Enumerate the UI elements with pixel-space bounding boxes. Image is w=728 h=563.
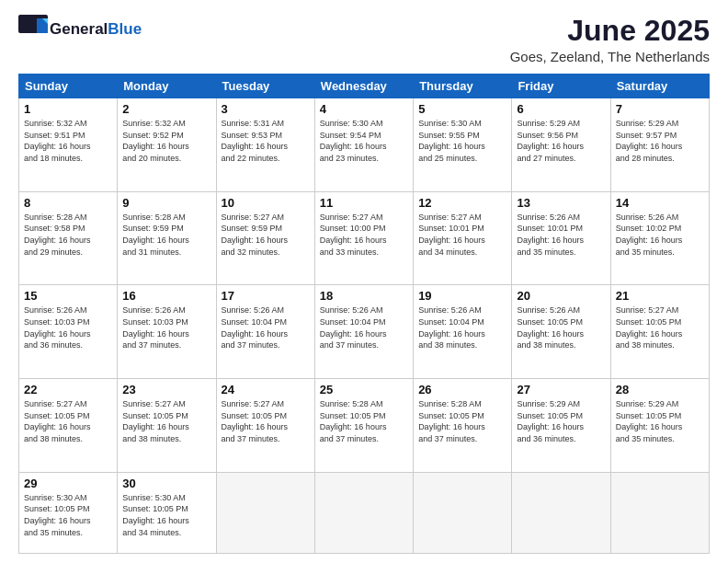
logo-general: General (50, 20, 108, 38)
table-row: 8Sunrise: 5:28 AMSunset: 9:58 PMDaylight… (19, 191, 118, 285)
title-block: June 2025 Goes, Zeeland, The Netherlands (510, 15, 710, 64)
table-row: 15Sunrise: 5:26 AMSunset: 10:03 PMDaylig… (19, 285, 118, 379)
table-row (414, 472, 512, 553)
col-friday: Friday (512, 75, 610, 98)
logo-blue: Blue (108, 20, 142, 38)
table-row: 11Sunrise: 5:27 AMSunset: 10:00 PMDaylig… (314, 191, 413, 285)
table-row (216, 472, 314, 553)
col-thursday: Thursday (414, 75, 512, 98)
table-row (512, 472, 610, 553)
table-row: 9Sunrise: 5:28 AMSunset: 9:59 PMDaylight… (118, 191, 216, 285)
month-title: June 2025 (510, 15, 710, 47)
table-row (314, 472, 413, 553)
location-title: Goes, Zeeland, The Netherlands (510, 49, 710, 64)
table-row: 22Sunrise: 5:27 AMSunset: 10:05 PMDaylig… (19, 379, 118, 473)
table-row: 19Sunrise: 5:26 AMSunset: 10:04 PMDaylig… (414, 285, 512, 379)
col-monday: Monday (118, 75, 216, 98)
table-row: 3Sunrise: 5:31 AMSunset: 9:53 PMDaylight… (216, 98, 314, 192)
table-row: 20Sunrise: 5:26 AMSunset: 10:05 PMDaylig… (512, 285, 610, 379)
logo: GeneralBlue (18, 15, 142, 44)
table-row: 7Sunrise: 5:29 AMSunset: 9:57 PMDaylight… (610, 98, 709, 192)
table-row: 14Sunrise: 5:26 AMSunset: 10:02 PMDaylig… (610, 191, 709, 285)
col-saturday: Saturday (610, 75, 709, 98)
page: GeneralBlue June 2025 Goes, Zeeland, The… (0, 0, 728, 563)
col-tuesday: Tuesday (216, 75, 314, 98)
table-row: 10Sunrise: 5:27 AMSunset: 9:59 PMDayligh… (216, 191, 314, 285)
table-row: 2Sunrise: 5:32 AMSunset: 9:52 PMDaylight… (118, 98, 216, 192)
table-row (610, 472, 709, 553)
table-row: 18Sunrise: 5:26 AMSunset: 10:04 PMDaylig… (314, 285, 413, 379)
logo-icon (18, 15, 48, 44)
table-row: 1Sunrise: 5:32 AMSunset: 9:51 PMDaylight… (19, 98, 118, 192)
col-wednesday: Wednesday (314, 75, 413, 98)
table-row: 26Sunrise: 5:28 AMSunset: 10:05 PMDaylig… (414, 379, 512, 473)
table-row: 4Sunrise: 5:30 AMSunset: 9:54 PMDaylight… (314, 98, 413, 192)
table-row: 16Sunrise: 5:26 AMSunset: 10:03 PMDaylig… (118, 285, 216, 379)
table-row: 29Sunrise: 5:30 AMSunset: 10:05 PMDaylig… (19, 472, 118, 553)
calendar-table: Sunday Monday Tuesday Wednesday Thursday… (18, 74, 710, 554)
table-row: 12Sunrise: 5:27 AMSunset: 10:01 PMDaylig… (414, 191, 512, 285)
table-row: 17Sunrise: 5:26 AMSunset: 10:04 PMDaylig… (216, 285, 314, 379)
table-row: 5Sunrise: 5:30 AMSunset: 9:55 PMDaylight… (414, 98, 512, 192)
table-row: 13Sunrise: 5:26 AMSunset: 10:01 PMDaylig… (512, 191, 610, 285)
table-row: 23Sunrise: 5:27 AMSunset: 10:05 PMDaylig… (118, 379, 216, 473)
calendar-header-row: Sunday Monday Tuesday Wednesday Thursday… (19, 75, 710, 98)
table-row: 27Sunrise: 5:29 AMSunset: 10:05 PMDaylig… (512, 379, 610, 473)
table-row: 25Sunrise: 5:28 AMSunset: 10:05 PMDaylig… (314, 379, 413, 473)
table-row: 21Sunrise: 5:27 AMSunset: 10:05 PMDaylig… (610, 285, 709, 379)
table-row: 28Sunrise: 5:29 AMSunset: 10:05 PMDaylig… (610, 379, 709, 473)
header: GeneralBlue June 2025 Goes, Zeeland, The… (18, 15, 710, 64)
table-row: 6Sunrise: 5:29 AMSunset: 9:56 PMDaylight… (512, 98, 610, 192)
table-row: 24Sunrise: 5:27 AMSunset: 10:05 PMDaylig… (216, 379, 314, 473)
table-row: 30Sunrise: 5:30 AMSunset: 10:05 PMDaylig… (118, 472, 216, 553)
col-sunday: Sunday (19, 75, 118, 98)
